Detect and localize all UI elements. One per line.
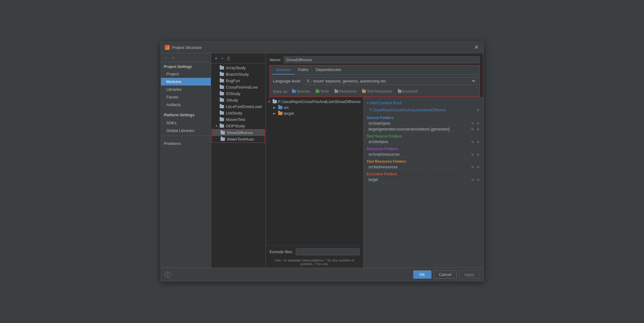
resources-folder-icon (334, 90, 338, 93)
bottom-right-buttons: OK Cancel Apply (413, 270, 480, 279)
help-button[interactable]: ? (165, 272, 171, 278)
dialog-title: Project Structure (172, 45, 202, 50)
exclude-input[interactable] (296, 248, 360, 255)
test-source-folders-title: Test Source Folders (364, 132, 483, 139)
folder-icon-showdiffrence (221, 131, 225, 134)
project-settings-label: Project Settings (161, 62, 211, 70)
folder-icon-watertexthuan (221, 138, 225, 141)
language-level-label: Language level: (273, 79, 301, 83)
module-item-branchstudy[interactable]: BranchStudy (211, 71, 266, 78)
add-module-button[interactable]: + (214, 55, 218, 61)
sidebar-item-project[interactable]: Project (161, 70, 211, 78)
nav-back: ← → (161, 53, 211, 62)
excluded-folder-row-1: target ✎ ✕ (364, 177, 483, 183)
test-resources-folder-icon (362, 90, 366, 93)
module-item-maventest[interactable]: MavenTest (211, 116, 266, 123)
name-input[interactable] (284, 56, 479, 63)
mark-tests-button[interactable]: Tests (314, 89, 331, 94)
apply-button[interactable]: Apply (459, 270, 480, 279)
module-list: ArrayStudy BranchStudy BugFun CrossFireA… (211, 63, 266, 268)
remove-source-folder-1[interactable]: ✕ (476, 122, 480, 126)
module-item-lelefastdownload[interactable]: LeLeFastDownLoad (211, 103, 266, 110)
name-row: Name: (266, 53, 483, 65)
edit-test-resource-1[interactable]: ✎ (470, 165, 475, 169)
module-item-oopstudy[interactable]: ▼ OOPStudy (211, 123, 266, 129)
mark-sources-button[interactable]: Sources (290, 89, 312, 94)
sidebar-item-artifacts[interactable]: Artifacts (161, 101, 211, 109)
mark-as-row: Mark as: Sources Tests Resources (270, 87, 479, 97)
module-item-liststudy[interactable]: ListStudy (211, 110, 266, 116)
root-path-label: F:\JavaRepo\CrossFireAndLive\ShowDiffren… (278, 99, 361, 104)
sidebar: ← → Project Settings Project Modules Lib… (161, 53, 211, 268)
platform-settings-label: Platform Settings (161, 110, 211, 118)
ok-button[interactable]: OK (413, 270, 431, 279)
module-item-watertexthuan[interactable]: WaterTextHuan (212, 136, 265, 142)
module-item-iostudy[interactable]: IOStudy (211, 90, 266, 97)
copy-module-button[interactable]: ▯ (226, 55, 231, 61)
test-source-folder-row-1: src\test\java ✎ ✕ (364, 139, 483, 145)
sidebar-item-sdks[interactable]: SDKs (161, 119, 211, 127)
forward-arrow[interactable]: → (171, 55, 175, 60)
module-item-showdiffrence[interactable]: ShowDiffrence (212, 130, 265, 136)
sidebar-item-libraries[interactable]: Libraries (161, 86, 211, 93)
remove-module-button[interactable]: − (220, 55, 225, 61)
tab-sources[interactable]: Sources (272, 66, 294, 74)
module-panel: + − ▯ ArrayStudy BranchStudy (211, 53, 266, 268)
folder-icon-crossfireandlive (220, 86, 224, 89)
exclude-row: Exclude files: (266, 245, 363, 258)
module-item-arraystudy[interactable]: ArrayStudy (211, 65, 266, 71)
test-resource-folders-title: Test Resource Folders (364, 158, 483, 164)
module-item-crossfireandlive[interactable]: CrossFireAndLive (211, 84, 266, 90)
module-item-bugfun[interactable]: BugFun (211, 78, 266, 84)
excluded-folders-title: Excluded Folders (364, 170, 483, 177)
close-root-button[interactable]: ✕ (476, 108, 480, 112)
tree-src[interactable]: ▶ src (266, 105, 363, 110)
roots-panel: + Add Content Root F:\JavaRepo\CrossFire… (363, 97, 483, 268)
remove-excluded-1[interactable]: ✕ (476, 178, 480, 182)
name-label: Name: (270, 58, 281, 62)
root-folder-icon (273, 100, 277, 103)
project-structure-dialog: Project Structure ✕ ← → Project Settings… (161, 42, 484, 281)
target-folder-icon (278, 112, 282, 115)
tree-target[interactable]: ▶ target (266, 110, 363, 116)
edit-source-folder-1[interactable]: ✎ (470, 122, 475, 126)
mark-as-label: Mark as: (273, 89, 288, 94)
source-folder-row-1: src\main\java ✎ ✕ (364, 121, 483, 126)
remove-resource-folder-1[interactable]: ✕ (476, 153, 480, 157)
remove-source-folder-2[interactable]: ✕ (476, 127, 480, 132)
folder-icon-maventest (220, 118, 224, 121)
sidebar-item-problems[interactable]: Problems (161, 140, 211, 147)
folder-icon-lelefastdownload (220, 105, 224, 108)
mark-resources-button[interactable]: Resources (333, 89, 358, 94)
language-level-row: Language level: 5 - 'enum' keyword, gene… (270, 75, 479, 87)
close-button[interactable]: ✕ (473, 44, 480, 50)
tab-dependencies[interactable]: Dependencies (312, 66, 345, 74)
file-tree-area: ▼ F:\JavaRepo\CrossFireAndLive\ShowDiffr… (266, 97, 363, 245)
exclude-label: Exclude files: (270, 249, 293, 254)
edit-excluded-1[interactable]: ✎ (470, 178, 475, 182)
mark-test-resources-button[interactable]: Test Resources (360, 89, 394, 94)
remove-test-resource-1[interactable]: ✕ (476, 165, 480, 169)
cancel-button[interactable]: Cancel (434, 270, 457, 279)
sidebar-item-modules[interactable]: Modules (161, 78, 211, 86)
mark-excluded-button[interactable]: Excluded (396, 89, 419, 94)
bottom-bar: ? OK Cancel Apply (161, 268, 483, 281)
tab-paths[interactable]: Paths (294, 66, 312, 74)
sources-folder-icon (292, 90, 296, 93)
edit-test-folder-1[interactable]: ✎ (470, 140, 475, 144)
main-root-path: F:\JavaRepo\CrossFireAndLive\ShowDiffren… (367, 107, 449, 113)
back-arrow[interactable]: ← (164, 55, 168, 60)
tests-folder-icon (316, 90, 319, 93)
sidebar-item-global-libraries[interactable]: Global Libraries (161, 127, 211, 134)
tree-root-path[interactable]: ▼ F:\JavaRepo\CrossFireAndLive\ShowDiffr… (266, 99, 363, 105)
folder-icon-bugfun (220, 79, 224, 82)
module-item-jstudy[interactable]: JStudy (211, 97, 266, 103)
edit-resource-folder-1[interactable]: ✎ (470, 153, 475, 157)
remove-test-folder-1[interactable]: ✕ (476, 140, 480, 144)
language-level-select[interactable]: 5 - 'enum' keyword, generics, autoboxing… (304, 77, 476, 85)
sidebar-item-facets[interactable]: Facets (161, 93, 211, 101)
folder-icon-jstudy (220, 98, 224, 102)
add-content-root-button[interactable]: + Add Content Root (364, 99, 483, 106)
folder-icon-liststudy (220, 111, 224, 115)
edit-source-folder-2[interactable]: ✎ (470, 127, 475, 132)
